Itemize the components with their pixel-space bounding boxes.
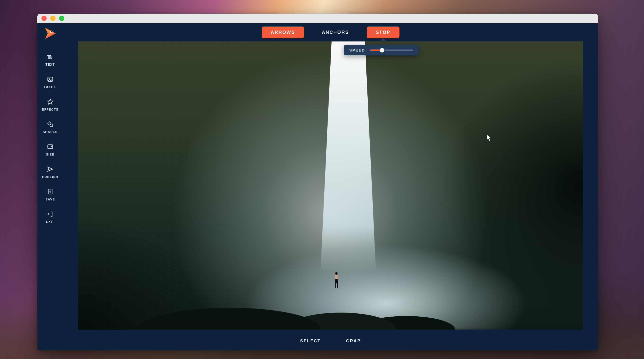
sidebar-item-effects[interactable]: EFFECTS — [37, 94, 63, 116]
grab-button[interactable]: GRAB — [346, 339, 361, 344]
sidebar-item-publish[interactable]: PUBLISH — [37, 161, 63, 184]
sidebar-item-label: EFFECTS — [42, 108, 59, 111]
main-area: ARROWS ANCHORS STOP SPEED — [63, 23, 598, 350]
sidebar-item-shapes[interactable]: SHAPES — [37, 116, 63, 139]
window-zoom-button[interactable] — [59, 16, 64, 21]
svg-marker-7 — [47, 99, 53, 104]
svg-rect-16 — [337, 283, 338, 288]
send-icon — [47, 166, 53, 173]
anchors-button[interactable]: ANCHORS — [313, 27, 358, 38]
sidebar-item-label: SAVE — [45, 198, 55, 201]
svg-text:t: t — [50, 56, 51, 60]
sidebar-item-label: SIZE — [46, 153, 54, 156]
select-button[interactable]: SELECT — [300, 339, 320, 344]
svg-point-8 — [48, 122, 51, 125]
sidebar-item-save[interactable]: SAVE — [37, 184, 63, 206]
arrows-button[interactable]: ARROWS — [262, 27, 304, 38]
canvas-image-rocks — [78, 249, 583, 330]
svg-rect-14 — [335, 279, 338, 283]
sidebar-item-label: SHAPES — [43, 130, 58, 134]
svg-rect-13 — [335, 275, 338, 279]
app-window: T t TEXT IMAGE — [37, 14, 598, 350]
exit-icon — [47, 211, 53, 218]
sidebar-item-exit[interactable]: EXIT — [37, 206, 63, 229]
sidebar-item-text[interactable]: T t TEXT — [37, 49, 63, 71]
sidebar-item-label: EXIT — [46, 220, 54, 224]
canvas-image-waterfall — [320, 41, 376, 272]
app-logo[interactable] — [44, 27, 57, 40]
sidebar-item-label: IMAGE — [44, 85, 56, 89]
sidebar-item-image[interactable]: IMAGE — [37, 71, 63, 94]
svg-point-12 — [335, 272, 338, 275]
star-icon — [47, 98, 53, 106]
sidebar-item-label: TEXT — [45, 63, 55, 66]
download-icon — [47, 188, 53, 196]
canvas-image-person — [333, 272, 340, 289]
cursor-icon — [487, 134, 492, 142]
stop-button[interactable]: STOP — [367, 27, 399, 38]
app-body: T t TEXT IMAGE — [37, 23, 598, 350]
canvas-area: SPEED — [63, 41, 598, 332]
speed-popover: SPEED — [344, 45, 419, 55]
window-titlebar — [37, 14, 598, 23]
svg-point-6 — [49, 78, 50, 79]
speed-label: SPEED — [349, 48, 365, 52]
window-minimize-button[interactable] — [50, 16, 56, 21]
text-icon: T t — [47, 54, 53, 61]
bottom-toolbar: SELECT GRAB — [63, 332, 598, 350]
top-toolbar: ARROWS ANCHORS STOP — [63, 23, 598, 41]
slider-thumb[interactable] — [380, 48, 384, 53]
svg-text:T: T — [47, 54, 50, 60]
speed-slider[interactable] — [370, 49, 413, 51]
resize-icon — [47, 143, 53, 151]
svg-rect-9 — [50, 124, 53, 127]
svg-rect-15 — [335, 283, 336, 288]
sidebar: T t TEXT IMAGE — [37, 23, 63, 350]
sidebar-item-label: PUBLISH — [42, 175, 58, 179]
sidebar-item-size[interactable]: SIZE — [37, 139, 63, 161]
svg-point-2 — [51, 31, 52, 33]
editor-canvas[interactable] — [78, 41, 583, 330]
image-icon — [47, 76, 53, 84]
window-close-button[interactable] — [41, 16, 47, 21]
svg-marker-0 — [45, 28, 56, 39]
shapes-icon — [47, 121, 53, 129]
